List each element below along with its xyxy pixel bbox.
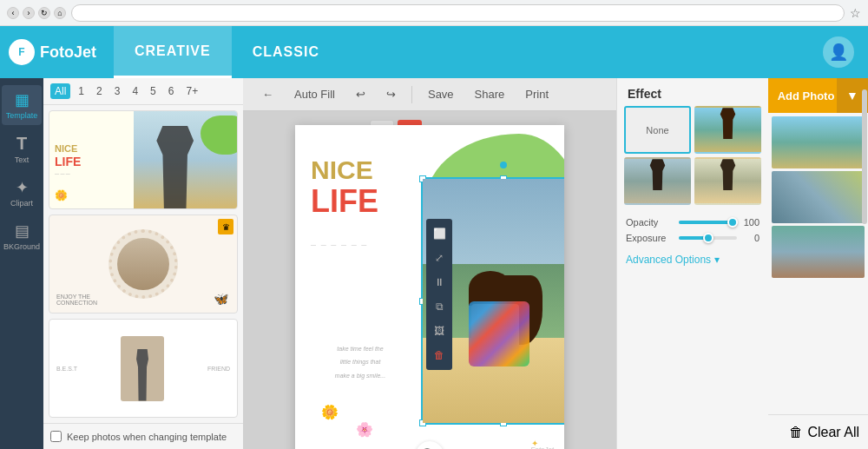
exposure-value: 0 bbox=[742, 233, 760, 243]
tool-text-label: Text bbox=[15, 155, 30, 164]
save-label: Save bbox=[428, 88, 454, 101]
resize-btn[interactable]: ⤢ bbox=[428, 247, 450, 269]
effect-item-1[interactable] bbox=[694, 106, 761, 154]
app-header: F FotoJet CREATIVE CLASSIC 👤 bbox=[0, 26, 868, 78]
template-grid: NICE LIFE — — — 🌼 ♛ 🦋 bbox=[43, 105, 243, 423]
tmpl1-life: LIFE bbox=[55, 155, 128, 168]
tmpl3-person bbox=[130, 349, 155, 401]
tool-template[interactable]: ▦ Template bbox=[2, 85, 42, 125]
tmpl2-butterfly: 🦋 bbox=[214, 292, 228, 306]
template-item-3[interactable]: B.E.S.T FRIEND bbox=[49, 319, 238, 418]
clear-all-label: Clear All bbox=[807, 425, 859, 440]
bookmark-icon[interactable]: ☆ bbox=[850, 6, 861, 20]
share-btn[interactable]: Share bbox=[470, 85, 510, 103]
canvas-nice: NICE bbox=[311, 155, 378, 184]
print-label: Print bbox=[525, 88, 549, 101]
exposure-label: Exposure bbox=[626, 233, 674, 243]
user-avatar[interactable]: 👤 bbox=[823, 36, 854, 68]
image-btn[interactable]: 🖼 bbox=[428, 320, 450, 342]
home-btn[interactable]: ⌂ bbox=[54, 7, 66, 19]
template-item-2[interactable]: ♛ 🦋 ENJOY THECONNECTION bbox=[49, 215, 238, 314]
template-item-1[interactable]: NICE LIFE — — — 🌼 bbox=[49, 110, 238, 209]
tmpl1-nice: NICE bbox=[55, 143, 128, 155]
tmpl-tab-2[interactable]: 2 bbox=[92, 83, 107, 99]
canvas-quote: take time feel thelittle things thatmake… bbox=[312, 341, 408, 381]
effect-item-2[interactable] bbox=[624, 157, 691, 205]
print-btn[interactable]: Print bbox=[520, 85, 554, 103]
advanced-options-btn[interactable]: Advanced Options ▾ bbox=[617, 248, 768, 271]
logo-area: F FotoJet bbox=[9, 39, 96, 65]
effects-title: Effect bbox=[617, 78, 768, 106]
photo-thumb-1[interactable] bbox=[772, 116, 865, 168]
clear-all-btn[interactable]: 🗑 Clear All bbox=[768, 414, 868, 449]
effects-scrollbar[interactable] bbox=[862, 89, 867, 224]
clipart-icon: ✦ bbox=[16, 178, 29, 197]
keep-photos-label: Keep photos when changing template bbox=[67, 432, 227, 442]
effect-none[interactable]: None bbox=[624, 106, 691, 154]
opacity-track[interactable] bbox=[679, 221, 737, 224]
tmpl-tab-4[interactable]: 4 bbox=[128, 83, 142, 99]
tmpl-tab-7plus[interactable]: 7+ bbox=[181, 83, 202, 99]
tmpl2-text: ENJOY THECONNECTION bbox=[56, 294, 97, 306]
effect-none-label: None bbox=[646, 125, 668, 135]
canvas-flower2: 🌸 bbox=[356, 421, 373, 438]
girl-figure bbox=[464, 271, 542, 410]
tool-clipart[interactable]: ✦ Clipart bbox=[2, 173, 42, 213]
browser-nav[interactable]: ‹ › ↻ ⌂ bbox=[7, 7, 66, 19]
watermark: FotoJet bbox=[530, 446, 554, 449]
tmpl-tab-6[interactable]: 6 bbox=[164, 83, 179, 99]
auto-fill-label: Auto Fill bbox=[294, 88, 335, 101]
address-bar[interactable] bbox=[71, 4, 845, 22]
canvas-flower: 🌼 bbox=[321, 404, 339, 420]
opacity-thumb[interactable] bbox=[727, 217, 738, 228]
redo-btn[interactable]: ↪ bbox=[381, 85, 401, 103]
back-btn[interactable]: ‹ bbox=[7, 7, 19, 19]
keep-photos-checkbox[interactable] bbox=[50, 431, 62, 442]
effect-item-3[interactable] bbox=[694, 157, 761, 205]
photo-thumb-2[interactable] bbox=[772, 171, 865, 223]
template-footer: Keep photos when changing template bbox=[43, 423, 243, 449]
undo-btn[interactable]: ↩ bbox=[351, 85, 371, 103]
tmpl2-crown: ♛ bbox=[218, 219, 233, 234]
delete-btn[interactable]: 🗑 bbox=[428, 344, 450, 366]
back-toolbar-btn[interactable]: ← bbox=[257, 85, 279, 103]
opacity-label: Opacity bbox=[626, 217, 674, 228]
forward-btn[interactable]: › bbox=[23, 7, 35, 19]
photo-thumb-3[interactable] bbox=[772, 226, 865, 278]
tmpl-tab-1[interactable]: 1 bbox=[74, 83, 89, 99]
advanced-chevron-icon: ▾ bbox=[714, 254, 720, 266]
photo-thumbnails bbox=[768, 113, 868, 414]
opacity-value: 100 bbox=[742, 217, 760, 228]
crop-btn[interactable]: ⬜ bbox=[428, 222, 450, 245]
tmpl-tab-all[interactable]: All bbox=[50, 83, 70, 99]
advanced-options-label: Advanced Options bbox=[626, 254, 711, 266]
add-photo-btn[interactable]: Add Photo ▼ bbox=[768, 78, 868, 113]
undo-icon: ↩ bbox=[356, 88, 365, 101]
tool-background[interactable]: ▤ BKGround bbox=[2, 216, 42, 256]
girl-backpack bbox=[469, 301, 529, 366]
reload-btn[interactable]: ↻ bbox=[38, 7, 50, 19]
logo-icon: F bbox=[9, 39, 35, 65]
save-btn[interactable]: Save bbox=[423, 85, 459, 103]
exposure-track[interactable] bbox=[679, 236, 737, 240]
clear-all-icon: 🗑 bbox=[789, 425, 803, 440]
browser-chrome: ‹ › ↻ ⌂ ☆ bbox=[0, 0, 868, 26]
exposure-slider-row: Exposure 0 bbox=[626, 233, 760, 243]
tool-text[interactable]: T Text bbox=[2, 129, 42, 169]
header-tabs: CREATIVE CLASSIC bbox=[114, 26, 340, 78]
layers-btn[interactable]: ⧉ bbox=[428, 295, 450, 318]
right-panel: Effect None Opacity bbox=[616, 78, 868, 449]
tmpl-tab-5[interactable]: 5 bbox=[146, 83, 161, 99]
tmpl1-sub: — — — bbox=[55, 171, 128, 176]
opacity-slider-row: Opacity 100 bbox=[626, 217, 760, 228]
tab-classic[interactable]: CLASSIC bbox=[232, 26, 340, 78]
tab-creative[interactable]: CREATIVE bbox=[114, 26, 232, 78]
canvas-life: LIFE bbox=[311, 184, 378, 219]
tmpl-tab-3[interactable]: 3 bbox=[110, 83, 125, 99]
tool-template-label: Template bbox=[6, 111, 38, 120]
auto-fill-btn[interactable]: Auto Fill bbox=[289, 85, 340, 103]
exposure-thumb[interactable] bbox=[703, 233, 713, 243]
tool-clipart-label: Clipart bbox=[10, 199, 33, 208]
pause-btn[interactable]: ⏸ bbox=[428, 271, 450, 294]
template-tabs: All 1 2 3 4 5 6 7+ bbox=[43, 78, 243, 105]
